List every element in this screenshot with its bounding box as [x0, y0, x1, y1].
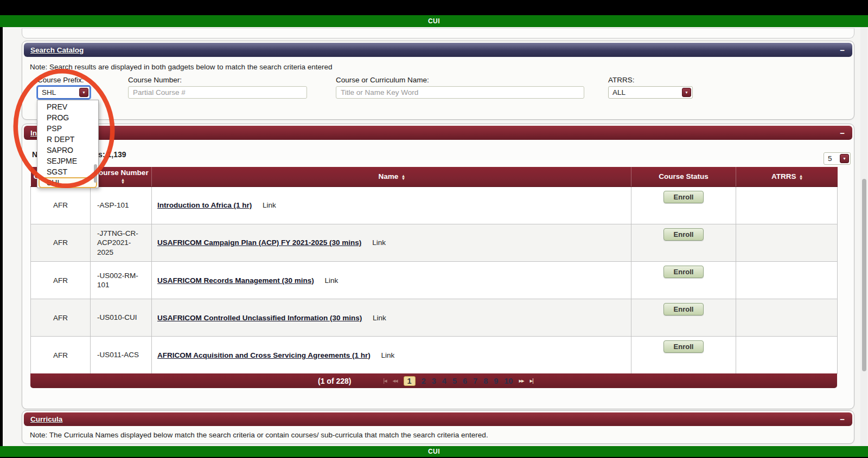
atrrs-select[interactable]: ALL ▾	[608, 86, 693, 99]
course-number-label: Course Number:	[128, 76, 182, 84]
table-row: AFR -US011-ACS AFRICOM Acquisition and C…	[31, 337, 838, 374]
page-number-10[interactable]: 10	[504, 377, 513, 385]
course-link[interactable]: Link	[263, 201, 276, 209]
curricula-note: Note: The Curricula Names displayed belo…	[30, 431, 488, 439]
dropdown-option[interactable]: R DEPT	[37, 134, 98, 145]
sort-icon: ▴▾	[800, 175, 802, 180]
cell-prefix: AFR	[31, 299, 91, 337]
collapse-icon[interactable]: −	[840, 129, 845, 137]
cell-name: AFRICOM Acquisition and Cross Servicing …	[152, 337, 631, 374]
course-title-link[interactable]: AFRICOM Acquisition and Cross Servicing …	[157, 351, 371, 359]
page-number-9[interactable]: 9	[494, 377, 498, 385]
course-link[interactable]: Link	[373, 314, 386, 322]
course-prefix-dropdown-list: PREV PROG PSP R DEPT SAPRO SEJPME SGST S…	[37, 100, 99, 188]
course-prefix-value: SHL	[42, 88, 56, 96]
course-link[interactable]: Link	[372, 238, 386, 247]
course-link[interactable]: Link	[325, 276, 339, 285]
search-catalog-title[interactable]: Search Catalog	[30, 46, 84, 54]
enroll-button[interactable]: Enroll	[663, 228, 704, 241]
header-course-number[interactable]: Course Number▴▾	[91, 167, 152, 186]
dropdown-option[interactable]: SEJPME	[37, 156, 98, 166]
dropdown-option[interactable]: PREV	[37, 101, 98, 112]
page-number-4[interactable]: 4	[442, 377, 446, 385]
header-course-status: Course Status	[631, 167, 736, 186]
dropdown-scrollbar[interactable]	[94, 164, 97, 183]
page-size-select[interactable]: 5 ▾	[824, 152, 851, 165]
enroll-button[interactable]: Enroll	[663, 191, 704, 203]
course-number-input[interactable]	[128, 86, 307, 99]
cell-name: USAFRICOM Records Management (30 mins) L…	[152, 262, 631, 299]
course-title-link[interactable]: USAFRICOM Controlled Unclassified Inform…	[157, 314, 362, 322]
cell-prefix: AFR	[31, 224, 91, 262]
course-name-input[interactable]	[336, 86, 584, 99]
course-prefix-select[interactable]: SHL ▾	[37, 86, 90, 99]
dropdown-option[interactable]: SGST	[37, 166, 98, 177]
last-page-icon[interactable]: ▸|	[529, 377, 533, 384]
curricula-title[interactable]: Curricula	[30, 415, 62, 423]
cell-number: -US011-ACS	[91, 337, 152, 374]
cui-banner-top: CUI	[0, 15, 868, 27]
pagination-bar: (1 of 228) |◂ ◂◂ 1 2 3 4 5 6 7 8 9 10 ▸▸…	[30, 373, 837, 388]
header-name[interactable]: Name▴▾	[152, 167, 631, 186]
cell-atrrs	[736, 299, 838, 337]
curricula-panel: Curricula − Note: The Curricula Names di…	[22, 410, 854, 444]
dropdown-option[interactable]: PROG	[37, 112, 98, 123]
search-note: Note: Search results are displayed in bo…	[30, 63, 333, 71]
first-page-icon[interactable]: |◂	[383, 377, 386, 384]
page-number-3[interactable]: 3	[432, 377, 436, 385]
enroll-button[interactable]: Enroll	[663, 266, 704, 278]
collapse-icon[interactable]: −	[840, 415, 845, 423]
collapse-icon[interactable]: −	[840, 46, 845, 54]
course-title-link[interactable]: USAFRICOM Campaign Plan (ACP) FY 2021-20…	[157, 238, 361, 247]
course-link[interactable]: Link	[381, 351, 395, 359]
page-number-8[interactable]: 8	[483, 377, 488, 385]
cell-atrrs	[736, 186, 838, 224]
cell-status: Enroll	[631, 224, 736, 262]
individual-courses-panel: Individual Courses − Number of Courses: …	[22, 124, 854, 409]
dropdown-option-selected[interactable]: SHL	[39, 177, 97, 188]
collapsed-panel-edge	[22, 28, 854, 38]
sort-icon: ▴▾	[122, 178, 124, 184]
cell-atrrs	[736, 262, 838, 299]
enroll-button[interactable]: Enroll	[663, 340, 704, 353]
cell-status: Enroll	[631, 337, 736, 374]
chevron-down-icon[interactable]: ▾	[682, 88, 691, 97]
page-number-5[interactable]: 5	[452, 377, 457, 385]
prev-page-icon[interactable]: ◂◂	[393, 377, 398, 384]
page-number-6[interactable]: 6	[463, 377, 467, 385]
next-page-icon[interactable]: ▸▸	[519, 377, 524, 384]
cell-status: Enroll	[631, 299, 736, 337]
cell-prefix: AFR	[31, 186, 91, 224]
cui-banner-label: CUI	[428, 17, 440, 25]
table-row: AFR -J7TNG-CR-ACP2021-2025 USAFRICOM Cam…	[31, 224, 838, 262]
left-frame-strip	[0, 27, 3, 446]
course-title-link[interactable]: Introduction to Africa (1 hr)	[157, 201, 252, 209]
courses-table: Course Prefix▴▾ Course Number▴▾ Name▴▾ C…	[30, 167, 838, 374]
cell-name: USAFRICOM Controlled Unclassified Inform…	[152, 299, 631, 337]
page-number-2[interactable]: 2	[422, 377, 426, 385]
page-scrollbar-thumb[interactable]	[862, 179, 866, 371]
screen: CUI Search Catalog − Note: Search result…	[0, 0, 868, 458]
dropdown-option[interactable]: SAPRO	[37, 145, 98, 156]
page-number-7[interactable]: 7	[473, 377, 477, 385]
chevron-down-icon[interactable]: ▾	[840, 154, 849, 163]
cell-number: -ASP-101	[91, 186, 152, 224]
cell-atrrs	[736, 224, 838, 262]
dropdown-option[interactable]: PSP	[37, 123, 98, 134]
pagination-status: (1 of 228)	[318, 377, 351, 385]
course-title-link[interactable]: USAFRICOM Records Management (30 mins)	[157, 276, 314, 285]
cell-name: Introduction to Africa (1 hr) Link	[152, 186, 631, 224]
table-row: AFR -ASP-101 Introduction to Africa (1 h…	[31, 186, 838, 224]
cell-prefix: AFR	[31, 337, 91, 374]
chevron-down-icon[interactable]: ▾	[79, 88, 88, 97]
atrrs-label: ATRRS:	[608, 76, 635, 84]
search-catalog-header: Search Catalog −	[24, 43, 852, 57]
enroll-button[interactable]: Enroll	[663, 303, 704, 315]
cell-prefix: AFR	[31, 262, 91, 299]
cell-number: -J7TNG-CR-ACP2021-2025	[91, 224, 152, 262]
header-atrrs[interactable]: ATRRS▴▾	[736, 167, 838, 186]
page-size-value: 5	[828, 154, 832, 163]
table-row: AFR -US010-CUI USAFRICOM Controlled Uncl…	[31, 299, 838, 337]
cell-number: -US010-CUI	[91, 299, 152, 337]
page-number-1[interactable]: 1	[404, 376, 416, 386]
